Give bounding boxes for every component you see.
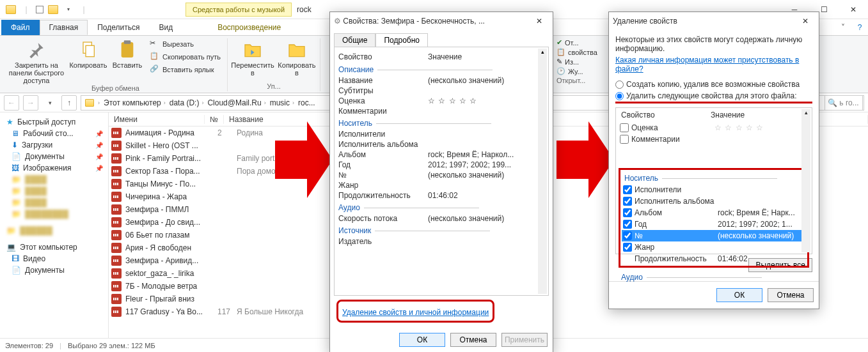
prop-name[interactable]: Название(несколько значений)	[338, 75, 544, 86]
help-icon[interactable]: ?	[851, 20, 868, 35]
sidebar-blurred-2[interactable]: 📁████	[3, 185, 106, 197]
close-button[interactable]: ✕	[839, 0, 868, 19]
sidebar-blurred-1[interactable]: 📁████	[3, 174, 106, 185]
breadcrumb-item[interactable]: Этот компьютер›	[102, 98, 168, 107]
sidebar-documents[interactable]: 📄Документы📌	[3, 151, 106, 162]
tab-playback[interactable]: Воспроизведение	[208, 20, 290, 35]
prop-comments[interactable]: Комментарии	[619, 134, 809, 145]
open-indicator[interactable]: ✔От...	[556, 38, 597, 47]
sidebar-blurred-4[interactable]: 📁████████	[3, 208, 106, 220]
breadcrumb-item[interactable]: data (D:)›	[168, 98, 207, 107]
dialog-titlebar[interactable]: ⚙ Свойства: Земфира - Бесконечность, ...…	[330, 12, 553, 30]
checkbox-icon[interactable]	[36, 6, 43, 13]
qat-separator: |	[20, 4, 32, 15]
prop-albumartist[interactable]: Исполнитель альбома	[622, 195, 806, 207]
tab-details[interactable]: Подробно	[375, 33, 428, 47]
cancel-button[interactable]: Отмена	[768, 288, 814, 302]
ribbon-collapse-icon[interactable]: ˅	[835, 20, 851, 35]
prop-album[interactable]: Альбомrock; Время Ё; Нарк...	[622, 207, 806, 218]
nav-forward-button[interactable]: →	[23, 95, 38, 111]
sidebar-blurred-5[interactable]: 📁██████	[3, 225, 106, 236]
cut-button[interactable]: ✂Вырезать	[147, 38, 223, 50]
prop-header: СвойствоЗначение	[619, 109, 800, 121]
moveto-button[interactable]: Переместить в	[232, 38, 274, 77]
prop-track[interactable]: №(несколько значений)	[622, 230, 806, 241]
copy-button[interactable]: Копировать	[69, 38, 107, 69]
tab-home[interactable]: Главная	[40, 20, 88, 35]
prop-duration[interactable]: Продолжительность01:46:02	[338, 190, 544, 201]
dialog-close-button[interactable]: ✕	[796, 17, 815, 26]
properties-button[interactable]: 📋свойства	[556, 48, 597, 56]
dialog-title: Свойства: Земфира - Бесконечность, ...	[343, 17, 485, 26]
dialog-close-button[interactable]: ✕	[530, 17, 549, 26]
prop-bitrate[interactable]: Скорость потока(несколько значений)	[338, 213, 544, 224]
ok-button[interactable]: ОК	[399, 333, 445, 347]
col-num[interactable]: №	[205, 115, 224, 124]
sidebar-this-pc[interactable]: 💻Этот компьютер	[3, 241, 106, 253]
sidebar-videos[interactable]: 🎞Видео	[3, 253, 106, 264]
prop-genre[interactable]: Жанр	[338, 180, 544, 190]
nav-up-button[interactable]: ↑	[61, 95, 77, 111]
pin-quickaccess-button[interactable]: Закрепить на панели быстрого доступа	[8, 38, 65, 84]
sidebar-pictures[interactable]: 🖼Изображения📌	[3, 162, 106, 174]
crumb-chevron[interactable]: ›	[95, 100, 102, 106]
prop-comments[interactable]: Комментарии	[338, 106, 544, 116]
edit-button[interactable]: ✎Из...	[556, 57, 597, 66]
col-name[interactable]: Имени	[109, 115, 205, 124]
scrollbar[interactable]: ▴	[538, 49, 547, 294]
dialog-buttons: ОК Отмена Применить	[330, 326, 553, 352]
sidebar-documents2[interactable]: 📄Документы	[3, 264, 106, 276]
window-title: rock	[297, 5, 312, 14]
history-button[interactable]: 🕑Жу...	[556, 67, 597, 75]
file-track-num: 2	[217, 128, 237, 137]
copy-path-button[interactable]: 📋Скопировать путь	[147, 51, 223, 63]
sidebar-desktop[interactable]: 🖥Рабочий сто...📌	[3, 128, 106, 139]
prop-year[interactable]: Год2012; 1997; 2002; 1...	[622, 218, 806, 230]
sidebar-blurred-3[interactable]: 📁████	[3, 197, 106, 208]
prop-publisher[interactable]: Издатель	[338, 236, 544, 247]
prop-rating[interactable]: Оценка☆ ☆ ☆ ☆ ☆	[338, 96, 544, 106]
apply-button[interactable]: Применить	[501, 333, 548, 347]
status-count: Элементов: 29	[5, 342, 53, 349]
prop-rating[interactable]: Оценка☆ ☆ ☆ ☆ ☆	[619, 122, 809, 134]
info-link[interactable]: Какая личная информация может присутство…	[615, 56, 799, 73]
breadcrumb-item[interactable]: music›	[269, 98, 297, 107]
breadcrumb-item[interactable]: Cloud@Mail.Ru›	[206, 98, 268, 107]
paste-shortcut-button[interactable]: 🔗Вставить ярлык	[147, 64, 223, 75]
prop-artists[interactable]: Исполнители	[338, 129, 544, 139]
prop-genre[interactable]: Жанр	[622, 241, 806, 253]
group-source: Источник	[338, 224, 544, 236]
prop-track[interactable]: №(несколько значений)	[338, 170, 544, 180]
group-label-open: Открыт...	[556, 77, 597, 86]
prop-artists[interactable]: Исполнители	[622, 184, 806, 195]
prop-subtitles[interactable]: Субтитры	[338, 86, 544, 96]
property-list: СвойствоЗначение Оценка☆ ☆ ☆ ☆ ☆ Коммент…	[615, 107, 812, 254]
tab-file[interactable]: Файл	[1, 20, 40, 35]
dialog-titlebar[interactable]: Удаление свойств ✕	[609, 12, 819, 30]
ok-button[interactable]: ОК	[716, 288, 762, 302]
nav-back-button[interactable]: ←	[4, 95, 19, 111]
qat-dropdown-icon[interactable]: ▾	[63, 4, 74, 15]
prop-album[interactable]: Альбомrock; Время Ё; Наркол...	[338, 149, 544, 160]
prop-albumartist[interactable]: Исполнитель альбома	[338, 139, 544, 149]
scrollbar[interactable]: ▴	[801, 109, 810, 252]
annotation-arrow-1	[275, 121, 333, 198]
tab-share[interactable]: Поделиться	[88, 20, 149, 35]
sidebar-quick-access[interactable]: ★Быстрый доступ	[3, 116, 106, 128]
breadcrumb-item[interactable]: roc...	[297, 98, 317, 107]
qat-folder-icon[interactable]	[47, 4, 59, 15]
option-remove-selected[interactable]: Удалить следующие свойства для этого фай…	[615, 90, 812, 103]
prop-year[interactable]: Год2012; 1997; 2002; 199...	[338, 160, 544, 170]
cancel-button[interactable]: Отмена	[450, 333, 496, 347]
copyto-button[interactable]: Копировать в	[278, 38, 316, 77]
tab-view[interactable]: Вид	[149, 20, 182, 35]
search-input[interactable]: 🔍 ь ro...	[825, 95, 863, 111]
sidebar-downloads[interactable]: ⬇Загрузки📌	[3, 139, 106, 151]
prop-duration[interactable]: Продолжительность01:46:02	[622, 253, 806, 264]
option-create-copy[interactable]: Создать копию, удалив все возможные свой…	[615, 79, 812, 90]
nav-recent-button[interactable]: ▾	[42, 95, 58, 111]
star-rating-icon[interactable]: ☆ ☆ ☆ ☆ ☆	[428, 96, 544, 105]
tab-general[interactable]: Общие	[334, 33, 375, 47]
paste-button[interactable]: Вставить	[111, 38, 143, 69]
remove-properties-link[interactable]: Удаление свойств и личной информации	[342, 308, 489, 317]
